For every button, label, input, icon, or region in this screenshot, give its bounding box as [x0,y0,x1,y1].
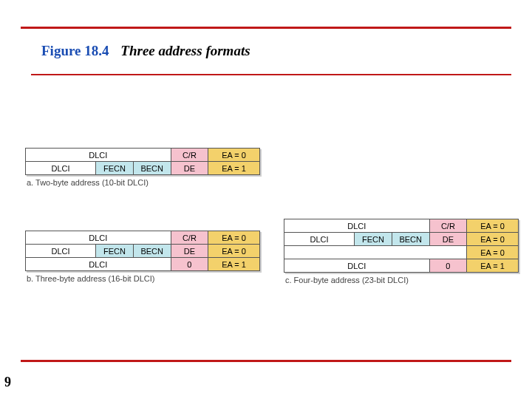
cell-ea: EA = 0 [208,245,260,258]
table-four-byte: DLCI C/R EA = 0 DLCI FECN BECN DE EA = 0… [284,219,519,273]
cell-ea: EA = 1 [467,259,519,273]
cell-dlci: DLCI [26,231,171,245]
table-row: DLCI 0 EA = 1 [26,258,260,271]
cell-empty [284,246,467,259]
cell-zero: 0 [429,259,467,273]
cell-fecn: FECN [96,162,134,175]
cell-dlci: DLCI [284,259,430,273]
cell-becn: BECN [133,245,171,258]
table-row: EA = 0 [284,246,519,259]
cell-dlci: DLCI [26,258,171,271]
page-number: 9 [4,375,11,390]
table-row: DLCI FECN BECN DE EA = 1 [26,162,260,175]
table-row: DLCI FECN BECN DE EA = 0 [26,245,260,258]
cell-dlci: DLCI [26,245,96,258]
figure-caption: Three address formats [120,43,250,58]
cell-dlci: DLCI [284,219,430,233]
bottom-rule [21,360,511,362]
cell-ea: EA = 0 [208,231,260,245]
cell-ea: EA = 0 [208,149,260,162]
diagram-a: DLCI C/R EA = 0 DLCI FECN BECN DE EA = 1… [25,148,260,187]
diagram-a-caption: a. Two-byte address (10-bit DLCI) [27,178,260,187]
cell-ea: EA = 0 [467,219,519,233]
table-row: DLCI FECN BECN DE EA = 0 [284,233,519,246]
figure-title: Figure 18.4 Three address formats [41,43,250,59]
mid-rule [31,74,511,75]
cell-ea: EA = 1 [208,258,260,271]
cell-ea: EA = 0 [467,246,519,259]
cell-fecn: FECN [96,245,134,258]
cell-ea: EA = 0 [467,233,519,246]
cell-cr: C/R [429,219,467,233]
table-row: DLCI C/R EA = 0 [284,219,519,233]
table-three-byte: DLCI C/R EA = 0 DLCI FECN BECN DE EA = 0… [25,231,260,271]
cell-zero: 0 [171,258,208,271]
cell-fecn: FECN [355,233,392,246]
cell-dlci: DLCI [284,233,355,246]
cell-cr: C/R [171,149,208,162]
figure-number: Figure 18.4 [41,43,109,58]
cell-becn: BECN [133,162,171,175]
cell-de: DE [171,245,208,258]
table-row: DLCI C/R EA = 0 [26,231,260,245]
table-two-byte: DLCI C/R EA = 0 DLCI FECN BECN DE EA = 1 [25,148,260,175]
diagram-b-caption: b. Three-byte address (16-bit DLCI) [27,274,260,283]
table-row: DLCI C/R EA = 0 [26,149,260,162]
top-rule [21,27,511,29]
cell-dlci: DLCI [26,162,96,175]
diagram-b: DLCI C/R EA = 0 DLCI FECN BECN DE EA = 0… [25,231,260,283]
cell-de: DE [171,162,208,175]
table-row: DLCI 0 EA = 1 [284,259,519,273]
cell-ea: EA = 1 [208,162,260,175]
cell-cr: C/R [171,231,208,245]
cell-dlci: DLCI [26,149,171,162]
cell-de: DE [429,233,467,246]
diagram-c-caption: c. Four-byte address (23-bit DLCI) [285,276,519,284]
cell-becn: BECN [392,233,429,246]
diagram-c: DLCI C/R EA = 0 DLCI FECN BECN DE EA = 0… [284,219,519,284]
